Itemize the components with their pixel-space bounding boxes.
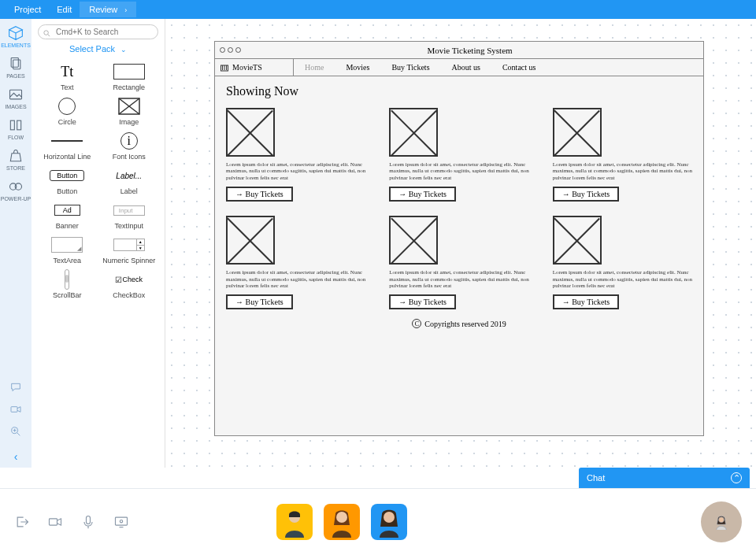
nav-buy[interactable]: Buy Tickets (380, 63, 440, 72)
svg-rect-7 (11, 407, 17, 413)
nav-about[interactable]: About us (441, 63, 491, 72)
element-hline[interactable]: Horizontal Line (38, 131, 97, 161)
mockup-window[interactable]: Movie Ticketing System MovieTS Home Movi… (214, 41, 704, 436)
camera-icon[interactable] (47, 514, 63, 530)
buy-tickets-button[interactable]: → Buy Tickets (226, 187, 293, 202)
select-pack-dropdown[interactable]: Select Pack ⌄ (38, 44, 158, 54)
tool-powerup[interactable]: POWER-UP (0, 179, 32, 202)
element-checkbox[interactable]: ☑ Check CheckBox (100, 269, 159, 299)
mockup-titlebar: Movie Ticketing System (215, 42, 703, 59)
call-bar (0, 488, 756, 555)
element-image[interactable]: Image (100, 96, 159, 126)
element-text[interactable]: Tt Text (38, 61, 97, 91)
zoom-icon[interactable] (9, 425, 22, 438)
card-desc: Lorem ipsum dolor sit amet, consectetur … (389, 269, 528, 289)
placeholder-image-icon (389, 108, 438, 157)
tool-store[interactable]: STORE (0, 148, 32, 171)
design-canvas[interactable]: Movie Ticketing System MovieTS Home Movi… (165, 19, 756, 468)
tool-elements[interactable]: ELEMENTS (0, 25, 32, 48)
avatar[interactable] (371, 504, 407, 540)
element-caption: Font Icons (113, 153, 146, 161)
element-caption: Rectangle (113, 83, 145, 91)
element-circle[interactable]: Circle (38, 96, 97, 126)
nav-movies[interactable]: Movies (335, 63, 380, 72)
movie-card: Lorem ipsum dolor sit amet, consectetur … (226, 216, 365, 309)
placeholder-image-icon (553, 108, 602, 157)
buy-tickets-button[interactable]: → Buy Tickets (389, 294, 456, 309)
main-area: ELEMENTS PAGES IMAGES FLOW STORE POWER-U… (0, 19, 756, 468)
svg-rect-1 (13, 60, 20, 69)
svg-point-24 (719, 517, 724, 523)
buy-tickets-button[interactable]: → Buy Tickets (553, 294, 620, 309)
element-fonticons[interactable]: i Font Icons (100, 131, 159, 161)
element-caption: CheckBox (113, 291, 145, 299)
copyright-icon: C (412, 319, 421, 328)
chevron-down-icon: ⌄ (120, 46, 127, 54)
svg-rect-16 (116, 517, 128, 525)
self-avatar[interactable] (701, 501, 742, 542)
element-caption: ScrollBar (53, 291, 82, 299)
element-button[interactable]: Button Button (38, 165, 97, 195)
participant-avatars (276, 504, 407, 540)
tool-label: FLOW (8, 135, 24, 140)
svg-rect-3 (10, 120, 14, 130)
svg-rect-15 (87, 516, 91, 524)
element-caption: Image (119, 118, 139, 126)
leave-icon[interactable] (14, 514, 30, 530)
buy-tickets-button[interactable]: → Buy Tickets (553, 187, 620, 202)
element-scrollbar[interactable]: ScrollBar (38, 269, 97, 299)
menu-review-label: Review (89, 5, 117, 14)
element-textinput[interactable]: Input TextInput (100, 200, 159, 230)
element-rectangle[interactable]: Rectangle (100, 61, 159, 91)
card-desc: Lorem ipsum dolor sit amet, consectetur … (226, 269, 365, 289)
element-banner[interactable]: Ad Banner (38, 200, 97, 230)
screen-share-icon[interactable] (113, 514, 129, 530)
svg-point-20 (336, 512, 347, 523)
avatar[interactable] (324, 504, 360, 540)
card-desc: Lorem ipsum dolor sit amet, consectetur … (389, 161, 528, 181)
element-spinner[interactable]: ▲▼ Numeric Spinner (100, 235, 159, 265)
brand-text: MovieTS (232, 63, 262, 72)
left-icon-strip: ELEMENTS PAGES IMAGES FLOW STORE POWER-U… (0, 19, 32, 468)
tool-flow[interactable]: FLOW (0, 117, 32, 140)
menu-review[interactable]: Review › (80, 2, 136, 17)
svg-rect-4 (17, 120, 21, 130)
select-pack-label: Select Pack (69, 44, 115, 54)
placeholder-image-icon (389, 216, 438, 265)
element-caption: Label (120, 187, 138, 195)
mockup-footer: C Copyrights reserved 2019 (226, 319, 692, 328)
mic-icon[interactable] (80, 514, 96, 530)
call-controls (14, 514, 129, 530)
video-icon[interactable] (9, 403, 22, 416)
svg-point-9 (44, 31, 49, 35)
search-container (38, 24, 158, 39)
buy-tickets-button[interactable]: → Buy Tickets (226, 294, 293, 309)
mockup-navbar: MovieTS Home Movies Buy Tickets About us… (215, 59, 703, 76)
nav-contact[interactable]: Contact us (491, 63, 547, 72)
tool-label: STORE (6, 165, 25, 171)
movie-card: Lorem ipsum dolor sit amet, consectetur … (553, 216, 692, 309)
placeholder-image-icon (226, 216, 275, 265)
tool-pages[interactable]: PAGES (0, 56, 32, 79)
movie-card: Lorem ipsum dolor sit amet, consectetur … (389, 216, 528, 309)
element-caption: TextInput (114, 222, 143, 230)
buy-tickets-button[interactable]: → Buy Tickets (389, 187, 456, 202)
chat-bar[interactable]: Chat ⌃ (579, 468, 750, 488)
menu-edit[interactable]: Edit (49, 5, 80, 14)
nav-home[interactable]: Home (294, 63, 335, 72)
element-textarea[interactable]: ◢ TextArea (38, 235, 97, 265)
tool-images[interactable]: IMAGES (0, 87, 32, 109)
tool-label: IMAGES (5, 104, 26, 109)
collapse-icon[interactable]: ‹ (14, 450, 18, 463)
chat-label: Chat (587, 473, 605, 483)
search-input[interactable] (38, 24, 158, 39)
element-caption: Horizontal Line (43, 153, 91, 161)
element-label[interactable]: Label... Label (100, 165, 159, 195)
chat-bubble-icon[interactable] (9, 381, 22, 394)
svg-rect-0 (11, 58, 18, 68)
menu-project[interactable]: Project (6, 5, 49, 14)
movie-card: Lorem ipsum dolor sit amet, consectetur … (389, 108, 528, 202)
mockup-heading: Showing Now (226, 84, 692, 98)
card-desc: Lorem ipsum dolor sit amet, consectetur … (226, 161, 365, 181)
avatar[interactable] (276, 504, 313, 540)
